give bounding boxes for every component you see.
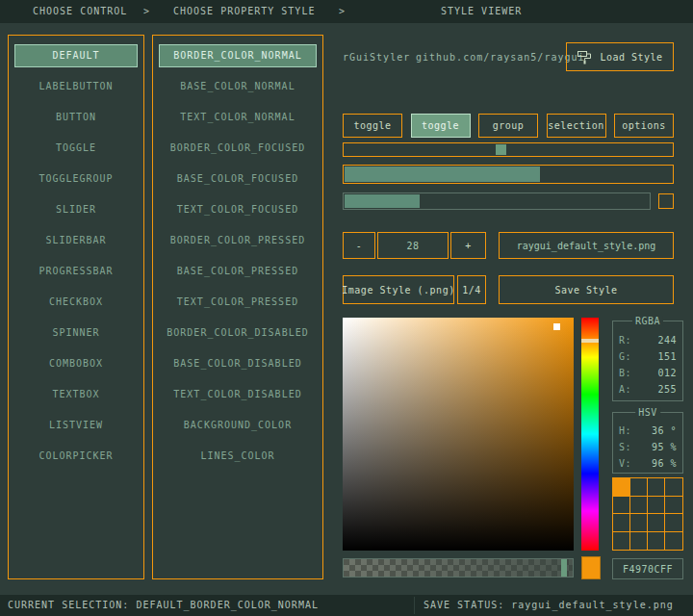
s-value: 95 %: [652, 439, 677, 455]
property-item-border-color-disabled[interactable]: BORDER_COLOR_DISABLED: [159, 321, 317, 345]
repo-link[interactable]: github.com/raysan5/raygui: [416, 52, 585, 63]
property-item-text-color-focused[interactable]: TEXT_COLOR_FOCUSED: [159, 198, 317, 221]
slider-bar[interactable]: [343, 165, 674, 184]
g-value: 151: [657, 348, 677, 365]
control-item-sliderbar[interactable]: SLIDERBAR: [14, 229, 138, 252]
alpha-bar-handle[interactable]: [561, 559, 567, 577]
control-item-button[interactable]: BUTTON: [14, 106, 138, 129]
swatch-cell-11[interactable]: [665, 514, 682, 532]
control-item-spinner[interactable]: SPINNER: [14, 321, 138, 345]
g-label: G:: [619, 348, 631, 365]
swatch-cell-1[interactable]: [630, 478, 648, 497]
toggle-4[interactable]: options: [614, 114, 674, 138]
property-item-base-color-disabled[interactable]: BASE_COLOR_DISABLED: [159, 352, 317, 375]
image-style-button[interactable]: Image Style (.png): [343, 275, 454, 304]
swatch-cell-6[interactable]: [648, 497, 665, 515]
swatch-cell-5[interactable]: [630, 497, 648, 515]
save-status: SAVE STATUS: raygui_default_style.png: [424, 595, 674, 616]
property-item-text-color-disabled[interactable]: TEXT_COLOR_DISABLED: [159, 383, 317, 406]
rgba-row-g: G: 151: [613, 348, 682, 365]
swatch-cell-8[interactable]: [613, 514, 630, 532]
r-value: 244: [657, 332, 677, 348]
hue-bar-cursor[interactable]: [581, 339, 599, 343]
control-item-default[interactable]: DEFAULT: [14, 44, 138, 67]
toggle-group: toggle toggle group selection options: [343, 114, 674, 138]
property-item-border-color-focused[interactable]: BORDER_COLOR_FOCUSED: [159, 137, 317, 160]
progress-bar-fill: [345, 194, 420, 208]
swatch-cell-7[interactable]: [665, 497, 682, 515]
control-item-togglegroup[interactable]: TOGGLEGROUP: [14, 167, 138, 191]
control-item-colorpicker[interactable]: COLORPICKER: [14, 445, 138, 468]
rgba-row-a: A: 255: [613, 381, 682, 398]
breadcrumb-separator-1: >: [143, 0, 150, 23]
property-item-border-color-pressed[interactable]: BORDER_COLOR_PRESSED: [159, 229, 317, 252]
property-item-lines-color[interactable]: LINES_COLOR: [159, 445, 317, 468]
load-style-button[interactable]: Load Style: [566, 42, 674, 71]
paint-roller-icon: [577, 49, 593, 65]
swatch-cell-13[interactable]: [630, 532, 648, 551]
a-value: 255: [657, 381, 677, 398]
slider[interactable]: [343, 142, 674, 157]
app-name-label: rGuiStyler: [343, 52, 410, 63]
control-item-checkbox[interactable]: CHECKBOX: [14, 291, 138, 314]
property-item-base-color-normal[interactable]: BASE_COLOR_NORMAL: [159, 75, 317, 98]
control-item-textbox[interactable]: TEXTBOX: [14, 383, 138, 406]
property-item-text-color-normal[interactable]: TEXT_COLOR_NORMAL: [159, 106, 317, 129]
control-item-progressbar[interactable]: PROGRESSBAR: [14, 260, 138, 283]
toggle-2[interactable]: group: [478, 114, 538, 138]
swatch-cell-10[interactable]: [648, 514, 665, 532]
property-item-base-color-pressed[interactable]: BASE_COLOR_PRESSED: [159, 260, 317, 283]
swatch-cell-15[interactable]: [665, 532, 682, 551]
size-ratio-button[interactable]: 1/4: [457, 275, 486, 304]
menu-choose-property-style[interactable]: CHOOSE PROPERTY STYLE: [173, 0, 315, 23]
rgba-groupbox: RGBA R: 244 G: 151 B: 012 A: 255: [612, 321, 683, 401]
rgba-title: RGBA: [632, 316, 663, 326]
control-item-slider[interactable]: SLIDER: [14, 198, 138, 221]
save-style-button[interactable]: Save Style: [499, 275, 674, 304]
h-label: H:: [619, 423, 631, 439]
slider-handle[interactable]: [496, 144, 506, 155]
hue-bar[interactable]: [581, 318, 599, 551]
r-label: R:: [619, 332, 631, 348]
property-item-text-color-pressed[interactable]: TEXT_COLOR_PRESSED: [159, 291, 317, 314]
spinner-minus-button[interactable]: -: [343, 232, 375, 259]
spinner-value-box[interactable]: 28: [377, 232, 449, 259]
swatch-cell-3[interactable]: [665, 478, 682, 497]
b-label: B:: [619, 365, 631, 381]
checkbox[interactable]: [658, 193, 674, 209]
toggle-0[interactable]: toggle: [343, 114, 402, 138]
property-item-base-color-focused[interactable]: BASE_COLOR_FOCUSED: [159, 167, 317, 191]
slider-bar-fill: [345, 167, 540, 182]
filename-textbox[interactable]: raygui_default_style.png: [499, 232, 674, 259]
control-item-labelbutton[interactable]: LABELBUTTON: [14, 75, 138, 98]
property-item-border-color-normal[interactable]: BORDER_COLOR_NORMAL: [159, 44, 317, 67]
swatch-cell-2[interactable]: [648, 478, 665, 497]
property-item-background-color[interactable]: BACKGROUND_COLOR: [159, 414, 317, 437]
swatch-cell-4[interactable]: [613, 497, 630, 515]
control-item-combobox[interactable]: COMBOBOX: [14, 352, 138, 375]
alpha-bar[interactable]: [343, 558, 574, 578]
color-picker-cursor[interactable]: [553, 323, 560, 330]
control-item-toggle[interactable]: TOGGLE: [14, 137, 138, 160]
color-picker-gradient[interactable]: [343, 318, 574, 551]
rgba-row-r: R: 244: [613, 332, 682, 348]
hsv-row-v: V: 96 %: [613, 455, 682, 472]
b-value: 012: [657, 365, 677, 381]
hsv-row-s: S: 95 %: [613, 439, 682, 455]
toggle-3[interactable]: selection: [547, 114, 606, 138]
toggle-1[interactable]: toggle: [411, 114, 471, 138]
top-menu-bar: CHOOSE CONTROL > CHOOSE PROPERTY STYLE >…: [0, 0, 693, 23]
hsv-groupbox: HSV H: 36 ° S: 95 % V: 96 %: [612, 412, 683, 474]
swatch-cell-12[interactable]: [613, 532, 630, 551]
swatch-cell-0[interactable]: [613, 478, 630, 497]
control-item-listview[interactable]: LISTVIEW: [14, 414, 138, 437]
swatch-cell-9[interactable]: [630, 514, 648, 532]
menu-choose-control[interactable]: CHOOSE CONTROL: [33, 0, 127, 23]
spinner-plus-button[interactable]: +: [450, 232, 486, 259]
rguistyler-window: CHOOSE CONTROL > CHOOSE PROPERTY STYLE >…: [0, 0, 693, 616]
swatch-cell-14[interactable]: [648, 532, 665, 551]
controls-listview: DEFAULT LABELBUTTON BUTTON TOGGLE TOGGLE…: [8, 35, 144, 579]
hex-value-textbox[interactable]: F4970CFF: [612, 558, 683, 579]
current-color-swatch: [581, 556, 601, 579]
load-style-label: Load Style: [600, 52, 662, 63]
